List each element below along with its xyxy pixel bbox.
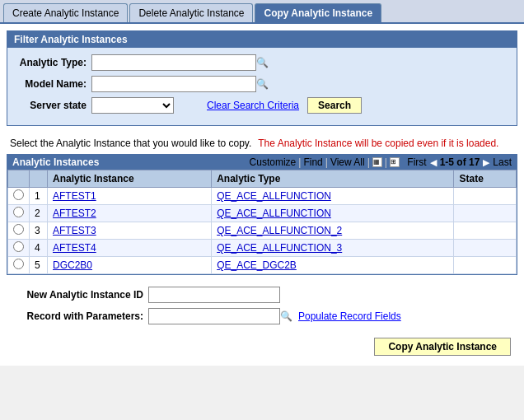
table-top-bar: Analytic Instances Customize | Find | Vi… [7,155,517,170]
filter-section: Filter Analytic Instances Analytic Type:… [7,30,517,126]
row-instance[interactable]: AFTEST1 [48,188,212,205]
new-id-label: New Analytic Instance ID [16,289,148,301]
model-name-label: Model Name: [17,78,91,90]
row-selector[interactable] [8,222,30,240]
filter-body: Analytic Type: Model Name: Server state … [7,48,517,125]
table-controls-group: Customize | Find | View All | ▦ | ⊞ Firs… [250,156,512,168]
col-num [30,170,48,188]
server-state-label: Server state [17,100,91,111]
table-title: Analytic Instances [12,156,99,168]
info-black-text: Select the Analytic Instance that you wo… [10,138,251,149]
row-instance[interactable]: DGC2B0 [48,257,212,274]
row-type[interactable]: QE_ACE_DGC2B [212,257,454,274]
new-id-row: New Analytic Instance ID [16,287,508,303]
row-state [454,188,517,205]
table-title-group: Analytic Instances [12,156,99,168]
analytic-type-search-icon[interactable] [256,57,268,68]
row-selector[interactable] [8,188,30,205]
record-search-icon[interactable] [280,310,292,322]
copy-btn-row: Copy Analytic Instance [7,334,517,359]
col-state: State [454,170,517,188]
row-instance[interactable]: AFTEST2 [48,205,212,222]
clear-search-link[interactable]: Clear Search Criteria [207,100,299,111]
row-type[interactable]: QE_ACE_ALLFUNCTION_3 [212,240,454,257]
customize-link[interactable]: Customize [250,156,297,168]
tab-bar: Create Analytic Instance Delete Analytic… [0,0,524,24]
info-text-row: Select the Analytic Instance that you wo… [7,133,517,154]
main-content: Filter Analytic Instances Analytic Type:… [0,24,524,366]
first-link[interactable]: First [407,156,426,168]
model-name-row: Model Name: [17,76,507,92]
row-num: 1 [30,188,48,205]
last-link[interactable]: Last [493,156,512,168]
spreadsheet-icon[interactable]: ⊞ [390,157,400,167]
row-instance[interactable]: AFTEST3 [48,222,212,240]
filter-header: Filter Analytic Instances [7,31,517,48]
row-selector[interactable] [8,240,30,257]
row-selector[interactable] [8,257,30,274]
col-selector [8,170,30,188]
model-name-input[interactable] [91,76,256,92]
record-input[interactable] [148,308,280,324]
tab-create[interactable]: Create Analytic Instance [3,3,128,22]
table-section: Analytic Instances Customize | Find | Vi… [7,154,517,275]
tab-delete[interactable]: Delete Analytic Instance [129,3,253,22]
server-state-select[interactable] [91,97,174,114]
view-all-link[interactable]: View All [330,156,365,168]
col-analytic-type: Analytic Type [212,170,454,188]
row-state [454,240,517,257]
row-state [454,205,517,222]
table-row: 4 AFTEST4 QE_ACE_ALLFUNCTION_3 [8,240,517,257]
find-link[interactable]: Find [303,156,322,168]
analytic-type-label: Analytic Type: [17,57,91,68]
table-row: 2 AFTEST2 QE_ACE_ALLFUNCTION [8,205,517,222]
row-selector[interactable] [8,205,30,222]
model-name-search-icon[interactable] [256,78,268,90]
row-num: 5 [30,257,48,274]
analytic-type-row: Analytic Type: [17,54,507,71]
next-page-button[interactable]: ▶ [482,157,490,168]
table-row: 5 DGC2B0 QE_ACE_DGC2B [8,257,517,274]
tab-copy[interactable]: Copy Analytic Instance [255,3,381,22]
info-red-text: The Analytic Instance will be copied eve… [258,138,498,149]
new-id-input[interactable] [148,287,280,303]
prev-page-button[interactable]: ◀ [429,157,437,168]
analytic-type-input[interactable] [91,54,256,71]
row-num: 4 [30,240,48,257]
row-state [454,222,517,240]
row-state [454,257,517,274]
record-row: Record with Parameters: Populate Record … [16,308,508,324]
row-type[interactable]: QE_ACE_ALLFUNCTION_2 [212,222,454,240]
populate-link[interactable]: Populate Record Fields [298,310,401,322]
bottom-form: New Analytic Instance ID Record with Par… [7,282,517,334]
table-header-row: Analytic Instance Analytic Type State [8,170,517,188]
server-state-row: Server state Clear Search Criteria Searc… [17,97,507,114]
page-count: 1-5 of 17 [440,156,480,168]
search-button[interactable]: Search [307,97,362,114]
row-type[interactable]: QE_ACE_ALLFUNCTION [212,188,454,205]
row-instance[interactable]: AFTEST4 [48,240,212,257]
grid-view-icon[interactable]: ▦ [372,157,382,167]
row-num: 3 [30,222,48,240]
instances-table: Analytic Instance Analytic Type State 1 … [7,170,517,274]
table-row: 1 AFTEST1 QE_ACE_ALLFUNCTION [8,188,517,205]
table-row: 3 AFTEST3 QE_ACE_ALLFUNCTION_2 [8,222,517,240]
col-analytic-instance: Analytic Instance [48,170,212,188]
row-num: 2 [30,205,48,222]
record-label: Record with Parameters: [16,310,148,322]
row-type[interactable]: QE_ACE_ALLFUNCTION [212,205,454,222]
copy-analytic-instance-button[interactable]: Copy Analytic Instance [374,338,511,356]
